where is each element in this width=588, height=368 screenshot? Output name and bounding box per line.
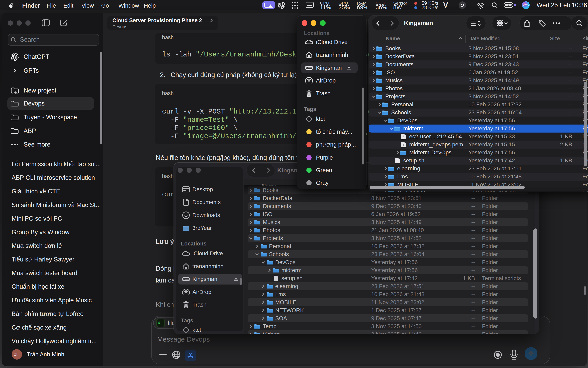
- svg-text:?: ?: [403, 135, 404, 138]
